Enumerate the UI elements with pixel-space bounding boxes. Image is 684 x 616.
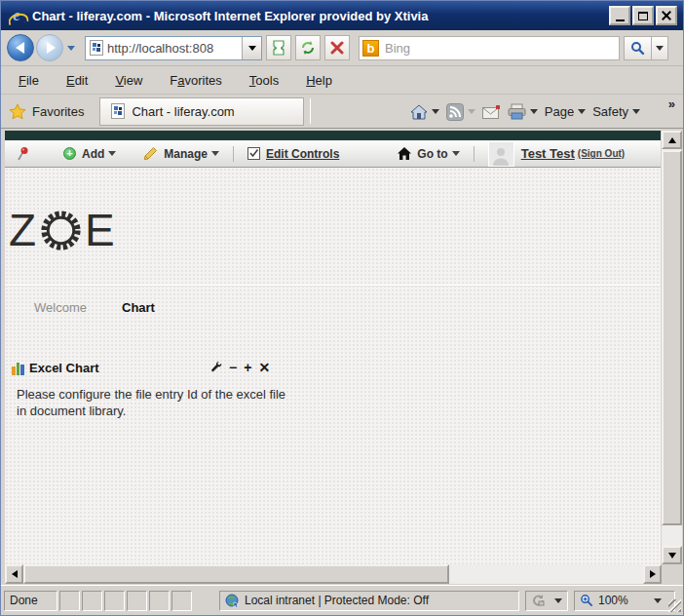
ie-logo-icon: e [7, 6, 26, 25]
protected-mode-icon [531, 594, 546, 607]
close-button[interactable] [656, 6, 677, 25]
nav-item-welcome[interactable]: Welcome [34, 300, 87, 315]
pin-icon [17, 146, 30, 162]
bing-icon: b [362, 40, 379, 57]
favorites-bar: Favorites Chart - liferay.com [1, 95, 683, 129]
maximize-button[interactable] [632, 6, 654, 25]
command-bar: Page Safety [403, 95, 640, 129]
safety-menu-button[interactable]: Safety [592, 104, 640, 119]
refresh-button[interactable] [295, 35, 321, 60]
menu-bar: File Edit View Favorites Tools Help [1, 66, 683, 95]
search-box[interactable]: b Bing [359, 36, 620, 60]
pencil-icon [143, 146, 158, 161]
page-menu-button[interactable]: Page [545, 104, 586, 119]
dockbar-separator [474, 146, 475, 162]
portlet-maximize-button[interactable]: + [244, 361, 251, 374]
zoom-cell[interactable]: 100% [574, 591, 675, 611]
edit-controls-label: Edit Controls [266, 147, 339, 161]
forward-button[interactable] [36, 34, 63, 61]
minimize-icon [616, 13, 625, 21]
vertical-scroll-thumb[interactable] [662, 150, 682, 525]
address-dropdown-button[interactable] [242, 37, 261, 59]
favorites-button[interactable]: Favorites [9, 103, 84, 120]
chevron-down-icon [108, 151, 116, 156]
nav-item-chart[interactable]: Chart [122, 300, 155, 315]
read-mail-button[interactable] [482, 105, 501, 119]
chevron-down-icon [211, 151, 219, 156]
back-icon [16, 42, 24, 54]
menu-favorites[interactable]: Favorites [160, 70, 231, 91]
sign-out-link[interactable]: (Sign Out) [578, 148, 625, 159]
status-text-cell: Done [4, 591, 57, 611]
safety-menu-label: Safety [592, 104, 628, 119]
globe-icon [225, 594, 240, 608]
menu-help[interactable]: Help [296, 70, 342, 91]
zoom-magnifier-icon [580, 594, 593, 607]
tab-title: Chart - liferay.com [132, 104, 234, 119]
title-bar: e Chart - liferay.com - Microsoft Intern… [1, 1, 683, 30]
user-account-button[interactable]: Test Test (Sign Out) [488, 141, 625, 167]
portlet-close-button[interactable]: ✕ [258, 361, 270, 374]
search-button[interactable] [624, 36, 652, 60]
browser-window: e Chart - liferay.com - Microsoft Intern… [0, 0, 684, 616]
resize-grip[interactable] [668, 599, 681, 612]
horizontal-scrollbar[interactable] [5, 564, 662, 584]
home-icon [410, 104, 428, 120]
horizontal-scroll-thumb[interactable] [23, 564, 449, 584]
site-logo: Z E [9, 204, 116, 256]
status-cell [104, 591, 125, 611]
search-input[interactable]: Bing [385, 41, 410, 56]
divider [5, 285, 661, 287]
address-input[interactable]: http://localhost:808 [107, 41, 242, 56]
triangle-right-icon [650, 570, 656, 578]
chevron-down-icon [452, 151, 460, 156]
recent-pages-dropdown[interactable] [67, 46, 75, 51]
protected-mode-cell[interactable] [525, 591, 568, 611]
status-text: Done [10, 594, 38, 607]
portlet-minimize-button[interactable]: − [229, 361, 237, 374]
menu-tools[interactable]: Tools [240, 70, 288, 91]
scroll-right-button[interactable] [643, 564, 662, 584]
favorites-label: Favorites [32, 104, 84, 119]
checkbox-icon [247, 147, 260, 160]
edit-controls-toggle[interactable]: Edit Controls [247, 147, 343, 161]
portlet-config-button[interactable] [210, 361, 222, 374]
goto-menu-button[interactable]: Go to [398, 147, 459, 161]
menu-view[interactable]: View [105, 70, 152, 91]
toolbar-overflow-button[interactable]: » [668, 96, 675, 111]
compatibility-view-button[interactable] [266, 35, 291, 60]
page-favicon-icon [89, 40, 104, 56]
theme-top-strip [5, 131, 661, 140]
navigation-toolbar: http://localhost:808 b [1, 30, 683, 66]
goto-label: Go to [417, 147, 447, 161]
forward-icon [47, 42, 56, 54]
vertical-scrollbar[interactable] [662, 131, 682, 564]
chevron-down-icon [656, 46, 664, 51]
home-button[interactable] [410, 104, 439, 120]
maximize-icon [638, 12, 648, 20]
gear-icon [38, 208, 84, 253]
search-options-dropdown[interactable] [652, 36, 668, 60]
scroll-down-button[interactable] [662, 546, 682, 564]
security-zone-text: Local intranet | Protected Mode: Off [245, 594, 429, 607]
address-bar[interactable]: http://localhost:808 [85, 36, 262, 60]
dockbar: + Add Manage Edit Controls [5, 140, 661, 168]
back-button[interactable] [7, 34, 34, 61]
refresh-icon [300, 40, 316, 56]
status-cell [82, 591, 102, 611]
tab-chart-liferay[interactable]: Chart - liferay.com [99, 97, 304, 126]
manage-menu-button[interactable]: Manage [143, 146, 219, 161]
scroll-up-button[interactable] [662, 131, 682, 149]
menu-edit[interactable]: Edit [57, 70, 97, 91]
status-cell [171, 591, 192, 611]
add-menu-button[interactable]: + Add [63, 147, 116, 161]
house-icon [398, 147, 411, 160]
minimize-button[interactable] [609, 6, 630, 25]
feeds-button[interactable] [446, 103, 475, 121]
pin-dockbar-button[interactable] [17, 146, 30, 162]
browser-viewport: + Add Manage Edit Controls [2, 129, 684, 585]
print-button[interactable] [508, 103, 538, 120]
menu-file[interactable]: File [9, 70, 49, 91]
stop-button[interactable] [324, 35, 350, 60]
scroll-left-button[interactable] [5, 564, 23, 584]
